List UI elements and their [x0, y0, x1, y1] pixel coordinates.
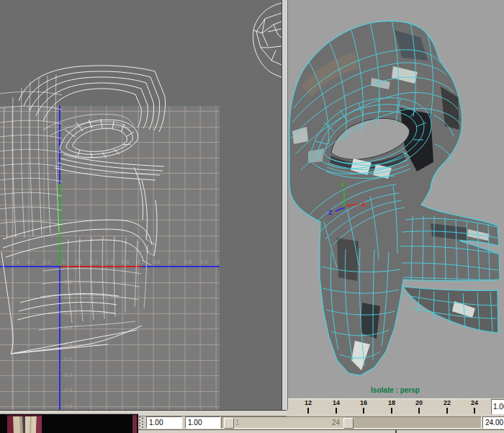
- range-start-label: 1: [235, 417, 240, 428]
- current-time-field[interactable]: 1.00: [491, 399, 504, 414]
- gizmo-z-label: Z: [328, 209, 333, 216]
- drag-handle-icon[interactable]: [139, 416, 144, 429]
- uv-editor-viewport[interactable]: 0.3 0.2 0.1 0 0.1 0.2 0.3 0.4 0.5 0.6 0.…: [0, 0, 282, 410]
- texture-thumbnail-image: [7, 415, 42, 433]
- texture-sliver: [132, 415, 137, 433]
- maya-app-window: Y X Z Isolate : persp 12 14 16 18 20 22 …: [0, 0, 504, 433]
- frame-tick-label: 16: [349, 399, 378, 407]
- command-line-strip: [137, 429, 504, 433]
- frame-tick-label: 12: [294, 399, 323, 407]
- frame-tick-label: 14: [322, 399, 351, 407]
- perspective-viewport[interactable]: Y X Z Isolate : persp: [287, 0, 504, 398]
- range-end-label: 24: [332, 417, 340, 428]
- playback-start-field[interactable]: 1.00: [185, 416, 220, 429]
- frame-tick-label: 18: [377, 399, 406, 407]
- frame-tick-mark: [363, 408, 364, 414]
- animation-start-field[interactable]: 1.00: [146, 416, 182, 429]
- frame-tick-mark: [336, 408, 337, 414]
- texture-image-strip: [0, 414, 138, 433]
- range-slider-bar[interactable]: [223, 417, 346, 428]
- range-end-thumb[interactable]: [343, 418, 354, 429]
- command-line-divider: [395, 430, 397, 433]
- gizmo-x-label: X: [361, 201, 366, 208]
- uv-wireframe-mesh[interactable]: [0, 0, 282, 410]
- frame-tick-mark: [446, 408, 448, 414]
- frame-tick-label: 20: [405, 399, 433, 407]
- frame-tick-mark: [474, 408, 475, 414]
- panel-separator[interactable]: [282, 0, 288, 410]
- frame-tick-label: 24: [460, 399, 489, 407]
- range-slider-track[interactable]: 1 24: [221, 416, 482, 429]
- frame-tick-mark: [391, 408, 392, 414]
- gizmo-y-label: Y: [341, 182, 345, 189]
- range-start-thumb[interactable]: [224, 418, 234, 429]
- time-slider[interactable]: 12 14 16 18 20 22 24: [286, 398, 490, 417]
- shaded-head-mesh[interactable]: Y X Z: [287, 0, 504, 398]
- frame-tick-mark: [307, 408, 309, 414]
- frame-tick-label: 22: [433, 399, 462, 407]
- uv-texture-editor-window: 0.3 0.2 0.1 0 0.1 0.2 0.3 0.4 0.5 0.6 0.…: [0, 0, 287, 415]
- frame-tick-mark: [418, 408, 420, 414]
- range-slider-row: 1.00 1.00 1 24 24.00: [137, 416, 504, 429]
- playback-end-field[interactable]: 24.00: [482, 416, 504, 429]
- isolate-select-label: Isolate : persp: [287, 386, 504, 394]
